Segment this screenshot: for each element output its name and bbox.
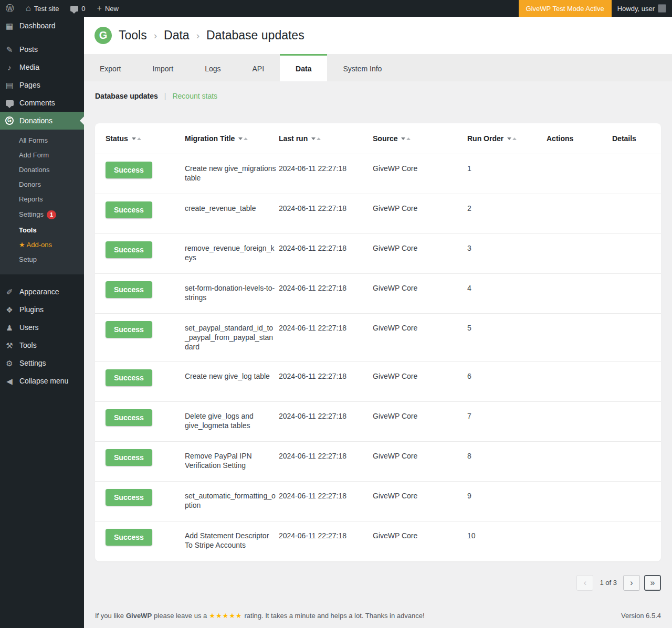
submenu-item-all-forms[interactable]: All Forms	[0, 133, 84, 148]
status-cell: Success	[106, 451, 185, 466]
column-label: Details	[612, 134, 636, 143]
source-cell: GiveWP Core	[373, 243, 467, 253]
sidebar-item-users[interactable]: ♟ Users	[0, 318, 84, 336]
migration-title-cell: set_paypal_standard_id_to_paypal_from_pa…	[185, 323, 279, 352]
migrations-table: Status Migration Title Last run Source R…	[95, 123, 661, 561]
posts-icon: ✎	[4, 46, 15, 54]
last-run-cell: 2024-06-11 22:27:18	[279, 204, 373, 213]
sidebar-item-label: Collapse menu	[19, 376, 68, 386]
sidebar-item-dashboard[interactable]: ▦ Dashboard	[0, 17, 84, 35]
submenu-item-reports[interactable]: Reports	[0, 192, 84, 207]
column-label: Run Order	[467, 134, 503, 143]
submenu-item-tools[interactable]: Tools	[0, 223, 84, 238]
breadcrumb-data[interactable]: Data	[164, 28, 190, 42]
last-run-cell: 2024-06-11 22:27:18	[279, 491, 373, 501]
first-page-button[interactable]: ‹	[576, 575, 593, 591]
migration-title-cell: Delete give_logs and give_logmeta tables	[185, 411, 279, 430]
tab-system-info[interactable]: System Info	[327, 54, 397, 81]
status-badge: Success	[106, 162, 152, 178]
test-mode-badge[interactable]: GiveWP Test Mode Active	[519, 0, 612, 17]
column-label: Last run	[279, 134, 308, 143]
last-run-cell: 2024-06-11 22:27:18	[279, 164, 373, 173]
page-title: Database updates	[206, 28, 304, 42]
sidebar-item-donations[interactable]: G Donations	[0, 112, 84, 130]
version-label: Version 6.5.4	[621, 612, 661, 620]
sidebar-item-appearance[interactable]: ✐ Appearance	[0, 283, 84, 301]
submenu-item-setup[interactable]: Setup	[0, 252, 84, 267]
sidebar-item-plugins[interactable]: ❖ Plugins	[0, 301, 84, 318]
sidebar-item-posts[interactable]: ✎ Posts	[0, 40, 84, 58]
status-badge: Success	[106, 201, 152, 218]
tools-icon: ⚒	[4, 342, 15, 349]
column-header-actions: Actions	[547, 134, 612, 143]
comments-icon	[4, 99, 15, 107]
tab-data[interactable]: Data	[280, 54, 327, 81]
status-cell: Success	[106, 243, 185, 258]
last-run-cell: 2024-06-11 22:27:18	[279, 411, 373, 421]
recount-stats-link[interactable]: Recount stats	[172, 92, 217, 100]
last-run-cell: 2024-06-11 22:27:18	[279, 283, 373, 293]
howdy-label: Howdy, user	[617, 5, 655, 13]
migration-title-cell: set_automatic_formatting_option	[185, 491, 279, 510]
status-badge: Success	[106, 489, 152, 506]
sort-icon	[507, 137, 517, 140]
last-page-button[interactable]: »	[644, 575, 661, 591]
submenu-item-addons[interactable]: ★ Add-ons	[0, 238, 84, 252]
sidebar-item-comments[interactable]: Comments	[0, 94, 84, 112]
status-badge: Success	[106, 529, 152, 546]
tab-logs[interactable]: Logs	[189, 54, 236, 81]
table-row: Success set-form-donation-levels-to-stri…	[95, 274, 661, 314]
new-content-link[interactable]: + New	[91, 0, 124, 17]
sidebar-item-tools[interactable]: ⚒ Tools	[0, 336, 84, 354]
source-cell: GiveWP Core	[373, 164, 467, 173]
sidebar: ▦ Dashboard ✎ Posts ♪ Media ▤ Pages Comm…	[0, 17, 84, 628]
status-badge: Success	[106, 409, 152, 426]
account-menu[interactable]: Howdy, user	[612, 0, 672, 17]
source-cell: GiveWP Core	[373, 411, 467, 421]
column-header-last-run[interactable]: Last run	[279, 134, 373, 143]
gear-icon: ⚙	[4, 359, 15, 367]
wordpress-menu[interactable]: Ⓦ	[0, 0, 20, 17]
column-header-status[interactable]: Status	[106, 134, 185, 143]
submenu-item-donors[interactable]: Donors	[0, 177, 84, 192]
section-title: Database updates	[95, 92, 158, 100]
run-order-cell: 2	[467, 204, 547, 213]
site-name-link[interactable]: ⌂ Test site	[20, 0, 65, 17]
rating-text: If you likeGiveWPplease leave us a★★★★★r…	[95, 612, 427, 620]
sidebar-item-label: Media	[19, 62, 39, 72]
submenu-item-add-form[interactable]: Add Form	[0, 148, 84, 163]
comments-link[interactable]: 0	[65, 0, 91, 17]
column-label: Actions	[547, 134, 573, 143]
status-badge: Success	[106, 321, 152, 338]
next-page-button[interactable]: ›	[623, 575, 640, 591]
settings-count-badge: 1	[47, 210, 56, 219]
column-header-run-order[interactable]: Run Order	[467, 134, 547, 143]
collapse-icon: ◀	[4, 377, 15, 385]
column-header-source[interactable]: Source	[373, 134, 467, 143]
run-order-cell: 5	[467, 323, 547, 333]
sidebar-item-media[interactable]: ♪ Media	[0, 58, 84, 76]
column-header-migration-title[interactable]: Migration Title	[185, 134, 279, 143]
run-order-cell: 7	[467, 411, 547, 421]
sort-icon	[401, 137, 411, 140]
sort-icon	[238, 137, 248, 140]
sidebar-item-label: Donations	[19, 116, 52, 125]
table-row: Success Remove PayPal IPN Verification S…	[95, 442, 661, 482]
givewp-menu-icon: G	[4, 116, 15, 125]
table-row: Success Add Statement Descriptor To Stri…	[95, 521, 661, 561]
status-cell: Success	[106, 204, 185, 218]
submenu-item-donations[interactable]: Donations	[0, 163, 84, 177]
breadcrumb-tools[interactable]: Tools	[119, 28, 147, 42]
sidebar-item-settings[interactable]: ⚙ Settings	[0, 354, 84, 372]
submenu-item-settings[interactable]: Settings1	[0, 207, 84, 223]
sort-icon	[132, 137, 141, 140]
sidebar-item-pages[interactable]: ▤ Pages	[0, 76, 84, 94]
tab-api[interactable]: API	[237, 54, 280, 81]
sidebar-item-label: Appearance	[19, 287, 59, 296]
last-run-cell: 2024-06-11 22:27:18	[279, 531, 373, 540]
collapse-menu-button[interactable]: ◀ Collapse menu	[0, 372, 84, 390]
page-indicator: 1 of 3	[597, 579, 619, 587]
tab-import[interactable]: Import	[136, 54, 189, 81]
tab-export[interactable]: Export	[84, 54, 136, 81]
pagination: ‹ 1 of 3 › »	[95, 575, 661, 591]
